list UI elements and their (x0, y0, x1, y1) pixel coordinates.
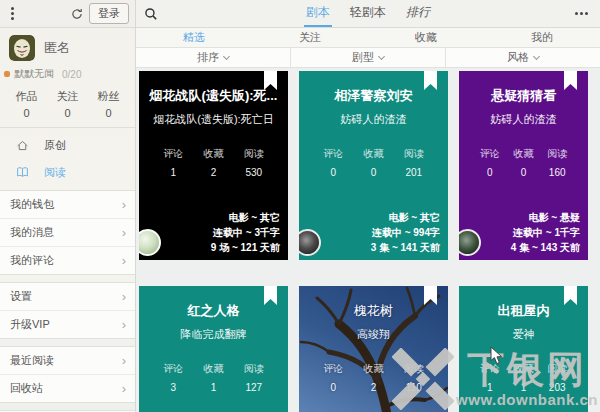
card-subtitle: 妨碍人的渣渣 (299, 112, 448, 127)
tab-ranking[interactable]: 排行 (404, 0, 432, 27)
card-stats: 评论0 收藏2 阅读110 (299, 362, 448, 393)
sidebar-header: 登录 (0, 0, 135, 28)
card-stats: 评论1 收藏1 阅读203 (459, 362, 588, 393)
card-subtitle: 降临完成翻牌 (139, 327, 288, 342)
tab-light-scripts[interactable]: 轻剧本 (348, 0, 388, 27)
filter-dropdowns-row: 排序 剧型 风格 (136, 48, 600, 68)
refresh-icon[interactable] (71, 8, 83, 20)
username: 匿名 (44, 39, 70, 57)
more-options-icon[interactable] (571, 8, 592, 19)
sidebar-group-settings: 设置› 升级VIP› (0, 282, 135, 339)
card-title: 红之人格 (139, 302, 288, 320)
chevron-down-icon (223, 53, 230, 60)
stat-works[interactable]: 作品 0 (6, 89, 47, 119)
script-card[interactable]: 出租屋内 爱神 评论1 收藏1 阅读203 (459, 286, 588, 412)
chevron-right-icon: › (122, 292, 126, 302)
level-badge-icon (4, 71, 10, 77)
card-title: 相泽警察刘安 (299, 87, 448, 105)
home-icon (16, 139, 29, 152)
sidebar-item-original[interactable]: 原创 (0, 132, 135, 159)
stat-followers[interactable]: 粉丝 0 (88, 89, 129, 119)
book-icon (16, 166, 29, 179)
user-avatar[interactable] (9, 35, 35, 61)
dropdown-sort[interactable]: 排序 (136, 48, 291, 67)
chevron-right-icon: › (122, 356, 126, 366)
filter-tab-featured[interactable]: 精选 (136, 28, 252, 47)
dropdown-style[interactable]: 风格 (446, 48, 600, 67)
script-card[interactable]: 相泽警察刘安 妨碍人的渣渣 评论0 收藏0 阅读201 电影 ~ 其它 连载中 … (299, 71, 448, 260)
user-level: 默默无闻 0/20 (0, 61, 135, 83)
card-meta: 电影 ~ 其它 连载中 ~ 3千字 9 场 ~ 121 天前 (211, 210, 280, 255)
sidebar-item-recent-reading[interactable]: 最近阅读› (0, 347, 135, 375)
user-stats: 作品 0 关注 0 粉丝 0 (0, 83, 135, 128)
chevron-right-icon: › (122, 200, 126, 210)
sidebar-item-upgrade-vip[interactable]: 升级VIP› (0, 311, 135, 338)
search-icon[interactable] (144, 7, 158, 21)
chevron-down-icon (378, 53, 385, 60)
script-card[interactable]: 烟花战队(遗失版):死... 烟花战队(遗失版):死亡日 评论1 收藏2 阅读5… (139, 71, 288, 260)
card-title: 出租屋内 (459, 302, 588, 320)
filter-tabs-row: 精选 关注 收藏 我的 (136, 28, 600, 48)
card-stats: 评论0 收藏0 阅读201 (299, 147, 448, 178)
script-card[interactable]: 悬疑猜猜看 妨碍人的渣渣 评论0 收藏0 阅读160 电影 ~ 悬疑 连载中 ~… (459, 71, 588, 260)
card-subtitle: 高竣翔 (299, 327, 448, 342)
filter-tab-favorites[interactable]: 收藏 (368, 28, 484, 47)
chevron-down-icon (533, 53, 540, 60)
anonymous-mask-icon (9, 35, 35, 61)
card-meta: 电影 ~ 悬疑 连载中 ~ 1千字 4 集 ~ 143 天前 (511, 210, 580, 255)
sidebar-item-comments[interactable]: 我的评论› (0, 247, 135, 274)
top-tabs: 剧本 轻剧本 排行 (304, 0, 432, 27)
card-subtitle: 爱神 (459, 327, 588, 342)
card-title: 烟花战队(遗失版):死... (139, 87, 288, 105)
login-button[interactable]: 登录 (89, 3, 129, 24)
card-stats: 评论0 收藏0 阅读160 (459, 147, 588, 178)
user-profile[interactable]: 匿名 (0, 28, 135, 61)
sidebar-item-wallet[interactable]: 我的钱包› (0, 191, 135, 219)
sidebar-item-recycle-bin[interactable]: 回收站› (0, 375, 135, 402)
sidebar-group-account: 我的钱包› 我的消息› 我的评论› (0, 190, 135, 275)
card-title: 槐花树 (299, 302, 448, 320)
chevron-right-icon: › (122, 256, 126, 266)
card-subtitle: 妨碍人的渣渣 (459, 112, 588, 127)
author-avatar[interactable] (459, 229, 481, 256)
menu-dots-icon[interactable] (6, 4, 19, 23)
card-stats: 评论1 收藏2 阅读530 (139, 147, 288, 178)
card-stats: 评论3 收藏1 阅读127 (139, 362, 288, 393)
filter-tab-following[interactable]: 关注 (252, 28, 368, 47)
card-meta: 电影 ~ 其它 连载中 ~ 994字 3 集 ~ 141 天前 (371, 210, 440, 255)
main-header: 剧本 轻剧本 排行 (136, 0, 600, 28)
dropdown-genre[interactable]: 剧型 (291, 48, 446, 67)
card-title: 悬疑猜猜看 (459, 87, 588, 105)
sidebar-item-messages[interactable]: 我的消息› (0, 219, 135, 247)
chevron-right-icon: › (122, 320, 126, 330)
sidebar: 登录 匿名 默默无闻 0/20 作品 0 (0, 0, 136, 412)
sidebar-item-reading[interactable]: 阅读 (0, 159, 135, 186)
filter-tab-mine[interactable]: 我的 (484, 28, 600, 47)
app-window: 登录 匿名 默默无闻 0/20 作品 0 (0, 0, 600, 412)
card-subtitle: 烟花战队(遗失版):死亡日 (139, 112, 288, 127)
chevron-right-icon: › (122, 384, 126, 394)
sidebar-item-settings[interactable]: 设置› (0, 283, 135, 311)
sidebar-group-reading: 最近阅读› 回收站› (0, 346, 135, 403)
stat-following[interactable]: 关注 0 (47, 89, 88, 119)
tab-scripts[interactable]: 剧本 (304, 0, 332, 27)
author-avatar[interactable] (299, 229, 321, 256)
script-card[interactable]: 红之人格 降临完成翻牌 评论3 收藏1 阅读127 (139, 286, 288, 412)
cards-grid: 烟花战队(遗失版):死... 烟花战队(遗失版):死亡日 评论1 收藏2 阅读5… (136, 68, 600, 412)
main-area: 剧本 轻剧本 排行 精选 关注 收藏 我的 排序 剧型 风格 (136, 0, 600, 412)
script-card[interactable]: 槐花树 高竣翔 评论0 收藏2 阅读110 (299, 286, 448, 412)
author-avatar[interactable] (139, 229, 161, 256)
chevron-right-icon: › (122, 228, 126, 238)
